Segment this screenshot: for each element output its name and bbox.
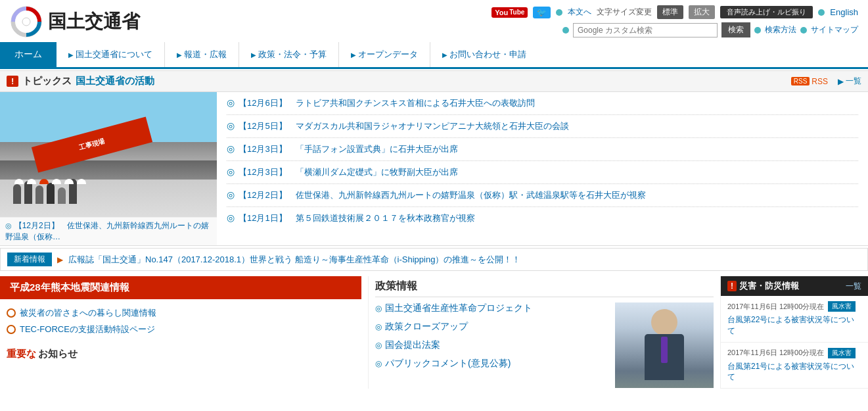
disaster-badge-1: 風水害: [828, 348, 856, 358]
disaster-badge: !: [727, 281, 737, 291]
disaster-title: ! 災害・防災情報: [727, 280, 799, 292]
topics-header: ! トピックス 国土交通省の活動 RSS RSS ▶ 一覧: [0, 70, 868, 92]
kumamoto-box: 平成28年熊本地震関連情報: [0, 276, 361, 299]
sitemap-link[interactable]: サイトマップ: [811, 24, 858, 36]
topics-label: トピックス: [22, 75, 72, 87]
honbun-link[interactable]: 本文へ: [568, 7, 591, 18]
seisaku-link-2: ◎ 国会提出法案: [375, 339, 608, 351]
new-info-bar: 新着情報 ▶ 広報誌「国土交通」No.147（2017.12-2018.1）世界…: [0, 248, 868, 271]
disaster-date-1: 2017年11月6日 12時00分現在: [727, 348, 824, 358]
audio-button[interactable]: 音声読み上げ・ルビ振り: [720, 6, 813, 18]
disaster-item-0: 2017年11月6日 12時00分現在 風水害 台風第22号による被害状況等につ…: [721, 296, 868, 343]
disaster-badge-0: 風水害: [828, 301, 856, 312]
seisaku-link-1: ◎ 政策クローズアップ: [375, 321, 608, 333]
seisaku-link-0: ◎ 国土交通省生産性革命プロジェクト: [375, 302, 608, 314]
logo-area: 国土交通省: [10, 5, 140, 38]
dot-method: [754, 27, 761, 34]
disaster-link-0[interactable]: 台風第22号による被害状況等について: [727, 315, 854, 335]
dot-english: [818, 9, 825, 16]
nav-news[interactable]: ▶報道・広報: [165, 42, 239, 67]
minister-photo: [615, 302, 714, 388]
news-item: ◎ 【12月6日】 ラトビア共和国クチンスキス首相による石井大臣への表敬訪問: [227, 92, 858, 115]
logo-text: 国土交通省: [48, 9, 140, 34]
logo-icon: [10, 5, 43, 38]
nav-policy[interactable]: ▶政策・法令・予算: [239, 42, 339, 67]
search-input[interactable]: [573, 23, 718, 37]
kumamoto-circle-icon-0: [7, 308, 16, 318]
topics-body: 工事現場 ◎ 【12月2日】 佐世保港、九州新幹線西九州ルートの嬉野温泉（仮称……: [0, 92, 868, 246]
right-column: ! 災害・防災情報 一覧 2017年11月6日 12時00分現在 風水害 台風第…: [720, 276, 868, 389]
kumamoto-link-0: 被災者の皆さまへの暮らし関連情報: [7, 307, 355, 319]
nav-home[interactable]: ホーム: [0, 42, 57, 67]
seisaku-link-text-2[interactable]: 国会提出法案: [385, 339, 440, 351]
search-dot-icon: [562, 27, 569, 34]
seisaku-link-3: ◎ パブリックコメント(意見公募): [375, 358, 608, 370]
news-link-5[interactable]: 【12月1日】 第５回鉄道技術展２０１７を秋本政務官が視察: [239, 212, 475, 224]
new-info-badge: 新着情報: [7, 253, 52, 266]
rss-link[interactable]: RSS RSS: [791, 77, 828, 86]
search-method-link[interactable]: 検索方法: [765, 24, 796, 36]
new-info-arrow: ▶: [57, 255, 63, 264]
standard-button[interactable]: 標準: [657, 5, 683, 19]
topics-ichiran-link[interactable]: ▶ 一覧: [838, 76, 861, 87]
news-item: ◎ 【12月2日】 佐世保港、九州新幹線西九州ルートの嬉野温泉（仮称）駅・武雄温…: [227, 184, 858, 207]
topics-news-list: ◎ 【12月6日】 ラトビア共和国クチンスキス首相による石井大臣への表敬訪問 ◎…: [217, 92, 868, 245]
seisaku-links-area: ◎ 国土交通省生産性革命プロジェクト ◎ 政策クローズアップ ◎ 国会提出法案 …: [375, 302, 608, 388]
news-item: ◎ 【12月1日】 第５回鉄道技術展２０１７を秋本政務官が視察: [227, 207, 858, 230]
enlarge-button[interactable]: 拡大: [689, 5, 715, 19]
important-notice: 重要な お知らせ: [0, 345, 361, 364]
topics-subtitle: 国土交通省の活動: [76, 75, 154, 87]
search-button[interactable]: 検索: [721, 22, 750, 37]
twitter-icon[interactable]: 🐦: [533, 7, 551, 18]
news-item: ◎ 【12月3日】 「横瀬川ダム定礎式」に牧野副大臣が出席: [227, 161, 858, 184]
nav-opendata[interactable]: ▶オープンデータ: [339, 42, 430, 67]
nav-contact[interactable]: ▶お問い合わせ・申請: [430, 42, 538, 67]
news-item: ◎ 【12月3日】 「手話フォン設置式典」に石井大臣が出席: [227, 138, 858, 161]
lower-section: 平成28年熊本地震関連情報 被災者の皆さまへの暮らし関連情報 TEC-FORCE…: [0, 273, 868, 392]
disaster-header: ! 災害・防災情報 一覧: [721, 276, 868, 296]
news-link-3[interactable]: 【12月3日】 「横瀬川ダム定礎式」に牧野副大臣が出席: [239, 166, 458, 178]
seisaku-link-text-0[interactable]: 国土交通省生産性革命プロジェクト: [385, 302, 532, 314]
svg-point-1: [22, 18, 30, 26]
dot-sitemap: [800, 27, 807, 34]
disaster-item-1: 2017年11月6日 12時00分現在 風水害 台風第21号による被害状況等につ…: [721, 343, 868, 389]
dot-honbun: [556, 9, 562, 16]
youtube-icon[interactable]: You Tube: [491, 7, 528, 18]
kumamoto-links: 被災者の皆さまへの暮らし関連情報 TEC-FORCEの支援活動特設ページ: [0, 304, 361, 338]
seisaku-title: 政策情報: [375, 276, 714, 297]
left-column: 平成28年熊本地震関連情報 被災者の皆さまへの暮らし関連情報 TEC-FORCE…: [0, 276, 368, 389]
important-rest: お知らせ: [38, 348, 78, 360]
topics-image-caption: ◎ 【12月2日】 佐世保港、九州新幹線西九州ルートの嬉野温泉（仮称…: [0, 217, 217, 245]
seisaku-link-text-1[interactable]: 政策クローズアップ: [385, 321, 468, 333]
main-nav: ホーム ▶国土交通省について ▶報道・広報 ▶政策・法令・予算 ▶オープンデータ…: [0, 42, 868, 69]
kumamoto-circle-icon-1: [7, 325, 16, 334]
news-link-2[interactable]: 【12月3日】 「手話フォン設置式典」に石井大臣が出席: [239, 143, 458, 155]
news-link-4[interactable]: 【12月2日】 佐世保港、九州新幹線西九州ルートの嬉野温泉（仮称）駅・武雄温泉駅…: [239, 189, 646, 201]
topics-caption-link[interactable]: 【12月2日】 佐世保港、九州新幹線西九州ルートの嬉野温泉（仮称…: [5, 221, 209, 241]
seisaku-link-text-3[interactable]: パブリックコメント(意見公募): [385, 358, 511, 370]
news-item: ◎ 【12月5日】 マダガスカル共和国ラジャオナリマンピアニナ大統領と石井大臣の…: [227, 115, 858, 138]
important-label: 重要な: [7, 348, 36, 360]
kumamoto-link-text-1[interactable]: TEC-FORCEの支援活動特設ページ: [20, 324, 155, 335]
header-controls: You Tube 🐦 本文へ 文字サイズ変更 標準 拡大 音声読み上げ・ルビ振り…: [491, 5, 858, 37]
news-link-1[interactable]: 【12月5日】 マダガスカル共和国ラジャオナリマンピアニナ大統領と石井大臣の会談: [239, 120, 569, 132]
topics-image-area: 工事現場 ◎ 【12月2日】 佐世保港、九州新幹線西九州ルートの嬉野温泉（仮称…: [0, 92, 217, 245]
new-info-text[interactable]: 広報誌「国土交通」No.147（2017.12-2018.1）世界と戦う 船造り…: [68, 254, 520, 266]
topics-badge: !: [7, 76, 18, 87]
nav-about[interactable]: ▶国土交通省について: [57, 42, 165, 67]
disaster-date-0: 2017年11月6日 12時00分現在: [727, 302, 824, 312]
disaster-link-1[interactable]: 台風第21号による被害状況等について: [727, 362, 854, 382]
fontsize-label: 文字サイズ変更: [597, 7, 652, 18]
middle-column: 政策情報 ◎ 国土交通省生産性革命プロジェクト ◎ 政策クローズアップ ◎ 国会…: [368, 276, 720, 389]
english-link[interactable]: English: [830, 7, 858, 17]
news-link-0[interactable]: 【12月6日】 ラトビア共和国クチンスキス首相による石井大臣への表敬訪問: [239, 97, 535, 109]
disaster-ichiran-link[interactable]: 一覧: [846, 281, 861, 292]
kumamoto-link-text-0[interactable]: 被災者の皆さまへの暮らし関連情報: [20, 307, 156, 319]
kumamoto-link-1: TEC-FORCEの支援活動特設ページ: [7, 324, 355, 335]
